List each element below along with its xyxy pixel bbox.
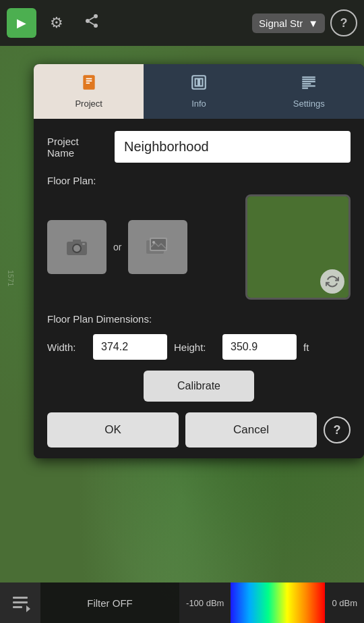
dialog-help-icon: ? (334, 423, 341, 437)
cancel-button[interactable]: Cancel (185, 412, 317, 448)
svg-rect-22 (82, 243, 85, 245)
dimensions-label: Floor Plan Dimensions: (47, 313, 351, 325)
dialog-help-button[interactable]: ? (324, 416, 351, 443)
svg-point-29 (251, 196, 284, 223)
svg-point-31 (322, 207, 348, 240)
svg-rect-12 (303, 76, 316, 78)
svg-rect-38 (289, 257, 301, 268)
share-button[interactable] (77, 8, 107, 38)
svg-point-30 (288, 196, 328, 219)
gear-icon: ⚙ (50, 14, 63, 32)
floor-plan-row: or (47, 194, 351, 300)
svg-rect-43 (278, 258, 286, 263)
svg-rect-21 (73, 240, 81, 242)
calibrate-button[interactable]: Calibrate (144, 371, 254, 402)
svg-point-0 (94, 14, 98, 18)
top-toolbar: ▶ ⚙ Signal Str ▼ ? (0, 0, 364, 46)
width-label: Width: (47, 342, 86, 353)
svg-line-3 (90, 22, 94, 25)
svg-rect-42 (277, 261, 288, 270)
tab-info[interactable]: Info (144, 64, 253, 119)
settings-tab-icon (300, 74, 317, 95)
top-help-button[interactable]: ? (330, 9, 357, 36)
svg-point-2 (94, 24, 98, 28)
camera-button[interactable] (47, 220, 107, 274)
svg-rect-41 (308, 259, 320, 265)
tab-settings[interactable]: Settings (254, 64, 364, 119)
project-tab-label: Project (75, 99, 102, 109)
refresh-button[interactable] (320, 269, 344, 294)
ruler-bg-text: 1571 (7, 270, 15, 286)
play-icon: ▶ (17, 16, 26, 30)
settings-button[interactable]: ⚙ (42, 8, 71, 38)
svg-rect-16 (303, 85, 316, 86)
dialog-content: ProjectName Floor Plan: or (34, 119, 364, 458)
svg-point-32 (249, 242, 273, 272)
floor-plan-section-label: Floor Plan: (47, 175, 351, 186)
dimensions-row: Width: Height: ft (47, 334, 351, 360)
svg-point-20 (73, 245, 80, 252)
project-name-row: ProjectName (47, 131, 351, 163)
bottom-bar: Filter OFF -100 dBm 0 dBm (0, 583, 364, 623)
height-input[interactable] (222, 334, 297, 360)
svg-rect-48 (13, 606, 22, 608)
top-help-icon: ? (340, 16, 348, 30)
project-name-input[interactable] (115, 131, 351, 163)
svg-line-4 (90, 18, 94, 20)
gallery-button[interactable] (128, 220, 187, 274)
action-row: OK Cancel ? (47, 412, 351, 448)
svg-rect-35 (282, 237, 295, 242)
filter-section: Filter OFF (40, 597, 179, 609)
height-label: Height: (174, 342, 216, 353)
svg-rect-40 (307, 263, 322, 275)
tab-bar: Project Info (34, 64, 364, 119)
width-input[interactable] (93, 334, 167, 360)
svg-rect-45 (307, 256, 309, 263)
svg-rect-15 (303, 83, 311, 84)
svg-rect-17 (303, 88, 309, 89)
svg-marker-49 (26, 605, 30, 612)
svg-rect-47 (13, 601, 28, 603)
svg-rect-14 (303, 81, 316, 82)
svg-point-33 (280, 273, 309, 295)
signal-label: Signal Str (259, 18, 303, 29)
filter-label: Filter OFF (87, 597, 133, 609)
svg-point-1 (86, 19, 90, 23)
signal-gradient (231, 583, 325, 623)
signal-dropdown[interactable]: Signal Str ▼ (252, 13, 325, 33)
svg-rect-10 (195, 79, 198, 86)
svg-rect-34 (281, 240, 296, 252)
project-name-label: ProjectName (47, 136, 115, 159)
info-tab-icon (190, 74, 208, 95)
info-tab-label: Info (191, 99, 206, 109)
dropdown-arrow-icon: ▼ (308, 18, 318, 29)
svg-rect-39 (291, 254, 300, 259)
svg-point-26 (152, 241, 155, 244)
svg-rect-11 (200, 79, 202, 86)
project-tab-icon (80, 74, 98, 95)
ok-button[interactable]: OK (47, 412, 179, 448)
bottom-left-button[interactable] (0, 583, 40, 623)
svg-rect-44 (286, 252, 289, 258)
settings-tab-label: Settings (293, 99, 325, 109)
unit-label: ft (303, 342, 309, 353)
signal-start-label: -100 dBm (179, 583, 231, 623)
svg-rect-36 (301, 245, 315, 256)
svg-rect-13 (303, 79, 316, 80)
signal-bar: -100 dBm 0 dBm (179, 583, 364, 623)
svg-rect-46 (13, 597, 28, 599)
share-icon (84, 13, 100, 33)
play-button[interactable]: ▶ (7, 8, 36, 38)
signal-end-label: 0 dBm (325, 583, 364, 623)
project-dialog: Project Info (34, 64, 364, 458)
svg-rect-37 (303, 242, 313, 247)
calibrate-row: Calibrate (47, 371, 351, 402)
tab-project[interactable]: Project (34, 64, 144, 119)
svg-rect-5 (83, 75, 94, 90)
floor-plan-image[interactable] (245, 194, 351, 300)
or-text: or (113, 242, 121, 252)
